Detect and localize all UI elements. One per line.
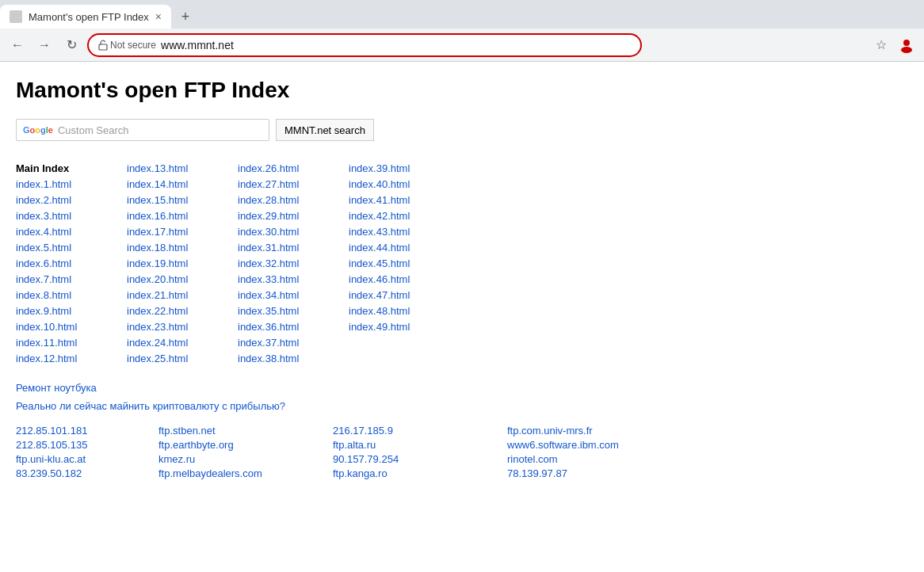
bookmark-button[interactable]: ☆	[870, 34, 892, 56]
index-link[interactable]: index.5.html	[16, 242, 71, 254]
index-link[interactable]: index.7.html	[16, 273, 71, 285]
index-link[interactable]: index.12.html	[16, 353, 77, 364]
index-link[interactable]: index.8.html	[16, 289, 71, 301]
index-link[interactable]: index.48.html	[349, 305, 410, 317]
index-link[interactable]: index.19.html	[127, 257, 188, 269]
list-item: index.40.html	[349, 176, 460, 192]
ftp-link[interactable]: 216.17.185.9	[333, 425, 393, 437]
ftp-link[interactable]: ftp.kanga.ro	[333, 467, 388, 479]
index-link[interactable]: index.34.html	[238, 289, 299, 301]
url-text[interactable]: www.mmnt.net	[161, 39, 234, 51]
index-link[interactable]: index.10.html	[16, 321, 77, 333]
list-item: www6.software.ibm.com	[507, 437, 713, 452]
index-link[interactable]: index.24.html	[127, 337, 188, 349]
back-button[interactable]: ←	[6, 34, 29, 56]
index-link[interactable]: index.41.html	[349, 194, 410, 206]
list-item: 90.157.79.254	[333, 452, 507, 466]
list-item: index.16.html	[127, 208, 238, 223]
list-item: index.30.html	[238, 223, 349, 239]
ftp-link[interactable]: ftp.com.univ-mrs.fr	[507, 425, 593, 437]
index-link[interactable]: index.43.html	[349, 226, 410, 238]
ftp-link[interactable]: ftp.alta.ru	[333, 439, 376, 451]
list-item: ftp.stben.net	[158, 423, 333, 437]
ftp-link[interactable]: 90.157.79.254	[333, 453, 399, 465]
ftp-link[interactable]: 78.139.97.87	[507, 467, 567, 479]
list-item: ftp.kanga.ro	[333, 466, 507, 480]
list-item: index.18.html	[127, 239, 238, 255]
index-link[interactable]: index.26.html	[238, 162, 299, 174]
promo-link-2[interactable]: Реально ли сейчас майнить криптовалюту с…	[16, 400, 777, 412]
index-link[interactable]: index.11.html	[16, 337, 77, 349]
google-search-box[interactable]: Google Custom Search	[16, 119, 269, 141]
list-item: index.27.html	[238, 176, 349, 192]
ftp-link[interactable]: 212.85.105.135	[16, 439, 87, 451]
list-item: index.39.html	[349, 160, 460, 176]
index-link[interactable]: index.47.html	[349, 289, 410, 301]
mmnt-search-button[interactable]: MMNT.net search	[276, 119, 374, 141]
ftp-link[interactable]: ftp.uni-klu.ac.at	[16, 453, 86, 465]
refresh-button[interactable]: ↻	[60, 34, 82, 56]
index-link[interactable]: index.29.html	[238, 210, 299, 222]
list-item: index.9.html	[16, 303, 127, 318]
index-link[interactable]: index.40.html	[349, 178, 410, 190]
index-link[interactable]: index.3.html	[16, 210, 71, 222]
tab-title: Mamont's open FTP Index	[29, 11, 149, 23]
index-link[interactable]: index.28.html	[238, 194, 299, 206]
active-tab[interactable]: Mamont's open FTP Index ×	[0, 5, 171, 29]
index-link[interactable]: index.22.html	[127, 305, 188, 317]
index-link[interactable]: index.17.html	[127, 226, 188, 238]
ftp-link[interactable]: rinotel.com	[507, 453, 558, 465]
index-link[interactable]: index.25.html	[127, 353, 188, 364]
index-link[interactable]: index.4.html	[16, 226, 71, 238]
index-link[interactable]: index.15.html	[127, 194, 188, 206]
tab-close-button[interactable]: ×	[155, 10, 162, 23]
index-link[interactable]: index.49.html	[349, 321, 410, 333]
ftp-link[interactable]: www6.software.ibm.com	[507, 439, 619, 451]
list-item: index.1.html	[16, 176, 127, 192]
index-link[interactable]: index.30.html	[238, 226, 299, 238]
list-item: index.22.html	[127, 303, 238, 318]
index-link[interactable]: index.14.html	[127, 178, 188, 190]
ftp-col-3: 216.17.185.9 ftp.alta.ru 90.157.79.254 f…	[333, 423, 507, 480]
index-link[interactable]: index.21.html	[127, 289, 188, 301]
index-link[interactable]: index.20.html	[127, 273, 188, 285]
google-logo: Google	[23, 125, 53, 135]
index-link[interactable]: index.32.html	[238, 257, 299, 269]
index-link[interactable]: index.13.html	[127, 162, 188, 174]
index-link[interactable]: index.6.html	[16, 257, 71, 269]
index-link[interactable]: index.45.html	[349, 257, 410, 269]
ftp-link[interactable]: ftp.stben.net	[158, 425, 216, 437]
forward-button[interactable]: →	[33, 34, 55, 56]
ftp-link[interactable]: ftp.earthbyte.org	[158, 439, 234, 451]
list-item: index.10.html	[16, 318, 127, 334]
ftp-link[interactable]: kmez.ru	[158, 453, 195, 465]
index-link[interactable]: index.2.html	[16, 194, 71, 206]
list-item: index.49.html	[349, 318, 460, 334]
index-link[interactable]: index.18.html	[127, 242, 188, 254]
index-link[interactable]: index.37.html	[238, 337, 299, 349]
index-link[interactable]: index.35.html	[238, 305, 299, 317]
index-link[interactable]: index.23.html	[127, 321, 188, 333]
index-link[interactable]: index.42.html	[349, 210, 410, 222]
index-link[interactable]: index.9.html	[16, 305, 71, 317]
index-link[interactable]: index.27.html	[238, 178, 299, 190]
profile-button[interactable]	[895, 34, 918, 56]
index-link[interactable]: index.16.html	[127, 210, 188, 222]
new-tab-button[interactable]: +	[174, 6, 197, 28]
index-link[interactable]: index.33.html	[238, 273, 299, 285]
list-item: ftp.com.univ-mrs.fr	[507, 423, 713, 437]
list-item: index.17.html	[127, 223, 238, 239]
index-link[interactable]: index.39.html	[349, 162, 410, 174]
ftp-col-1: 212.85.101.181 212.85.105.135 ftp.uni-kl…	[16, 423, 158, 480]
ftp-link[interactable]: 83.239.50.182	[16, 467, 82, 479]
index-link[interactable]: index.36.html	[238, 321, 299, 333]
index-link[interactable]: index.31.html	[238, 242, 299, 254]
index-link[interactable]: index.46.html	[349, 273, 410, 285]
ftp-link[interactable]: ftp.melbaydealers.com	[158, 467, 262, 479]
ftp-link[interactable]: 212.85.101.181	[16, 425, 87, 437]
index-link[interactable]: index.38.html	[238, 353, 299, 364]
promo-link-1[interactable]: Ремонт ноутбука	[16, 382, 777, 394]
address-box[interactable]: Not secure www.mmnt.net	[87, 33, 642, 57]
index-link[interactable]: index.1.html	[16, 178, 71, 190]
index-link[interactable]: index.44.html	[349, 242, 410, 254]
